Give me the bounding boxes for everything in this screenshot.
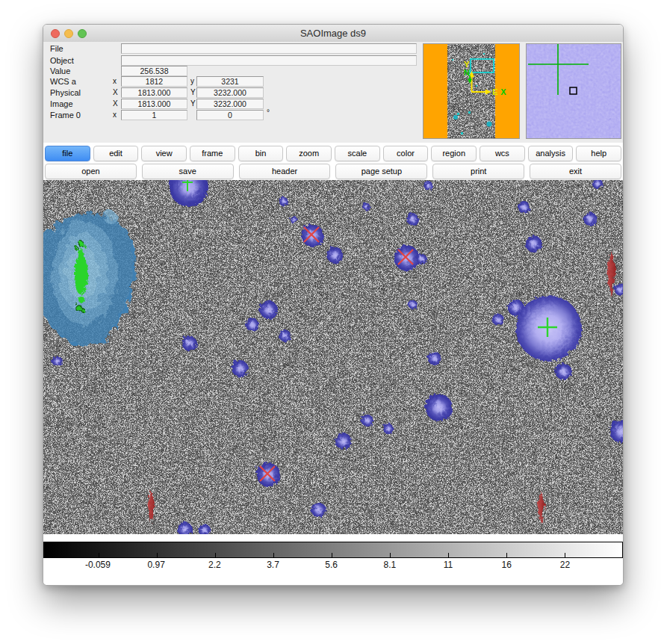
menu-zoom[interactable]: zoom <box>286 146 332 161</box>
physical-x-field: 1813.000 <box>121 87 187 98</box>
frame-rotation-field: 0 <box>196 110 264 120</box>
menu-scale[interactable]: scale <box>335 146 380 161</box>
object-field <box>121 55 417 66</box>
wcs-y-label: y <box>190 76 194 87</box>
colorbar-tick <box>215 553 216 557</box>
star-blob <box>278 329 290 341</box>
colorbar-tick-label: 11 <box>444 560 453 570</box>
menu-frame[interactable]: frame <box>190 146 235 161</box>
wcs-y-field: 3231 <box>196 76 264 87</box>
image-x-label: X <box>113 99 118 109</box>
colorbar-tick <box>390 553 391 557</box>
colorbar-panel: -0.0590.972.23.75.68.1111622 <box>43 534 623 585</box>
magnifier-view <box>526 43 621 139</box>
colorbar-tick <box>448 553 449 557</box>
ds9-window: SAOImage ds9 File Object Value 256.538 W… <box>43 24 624 586</box>
physical-y-label: Y <box>190 87 196 98</box>
star-blob <box>310 501 325 516</box>
menu-help[interactable]: help <box>576 146 621 161</box>
star-blob <box>244 317 258 330</box>
star-blob <box>407 299 416 308</box>
print-button[interactable]: print <box>432 164 524 179</box>
colorbar-tick-label: 22 <box>560 560 570 570</box>
value-label: Value <box>50 66 70 76</box>
colorbar-tick-label: -0.059 <box>85 560 111 570</box>
file-label: File <box>50 43 63 54</box>
menu-bin[interactable]: bin <box>238 146 284 161</box>
page-setup-button[interactable]: page setup <box>335 164 427 179</box>
colorbar-tick <box>99 553 99 557</box>
star-blob <box>415 253 426 263</box>
header-button[interactable]: header <box>239 164 331 179</box>
image-y-label: Y <box>190 99 196 109</box>
colorbar-tick <box>506 553 507 557</box>
colorbar-gradient[interactable] <box>43 542 623 558</box>
menu-view[interactable]: view <box>141 146 187 161</box>
image-label: Image <box>50 99 73 109</box>
compass-n-label: N <box>464 68 470 77</box>
colorbar-tick-label: 8.1 <box>384 560 397 570</box>
titlebar[interactable]: SAOImage ds9 <box>43 25 623 43</box>
colorbar-tick-label: 16 <box>502 560 512 570</box>
star-blob <box>406 212 418 224</box>
colorbar-tick <box>565 553 565 557</box>
exit-button[interactable]: exit <box>530 164 621 179</box>
image-y-field: 3232.000 <box>196 99 264 109</box>
colorbar-tick-label: 5.6 <box>325 560 338 570</box>
star-blob <box>326 246 342 262</box>
star-blob <box>524 235 541 251</box>
star-blob <box>517 200 529 212</box>
physical-label: Physical <box>50 87 81 98</box>
colorbar-tick <box>332 553 332 557</box>
colorbar-tick <box>157 553 158 557</box>
star-blob <box>423 180 432 189</box>
wcs-x-field: 1812 <box>121 76 187 87</box>
star-blob <box>231 359 247 376</box>
star-blob <box>362 202 369 209</box>
object-label: Object <box>50 55 74 66</box>
physical-x-label: X <box>113 87 118 98</box>
sky-image <box>43 180 623 534</box>
window-title: SAOImage ds9 <box>43 25 623 42</box>
colorbar-tick-label: 2.2 <box>208 560 221 570</box>
colorbar-scale: -0.0590.972.23.75.68.1111622 <box>43 560 623 572</box>
star-blob <box>181 335 196 350</box>
menu-file[interactable]: file <box>45 146 90 161</box>
image-canvas[interactable] <box>43 180 623 534</box>
star-blob <box>334 432 350 448</box>
desktop-background: SAOImage ds9 File Object Value 256.538 W… <box>0 0 664 644</box>
wcs-label: WCS a <box>50 76 76 87</box>
menu-analysis[interactable]: analysis <box>528 146 574 161</box>
star-blob <box>491 312 503 324</box>
frame-label: Frame 0 <box>50 110 81 120</box>
menu-edit[interactable]: edit <box>93 146 139 161</box>
star-blob <box>360 413 372 425</box>
star-blob <box>583 211 596 225</box>
compass-x-label: X <box>500 87 506 96</box>
menu-region[interactable]: region <box>431 146 477 161</box>
physical-y-field: 3232.000 <box>196 87 264 98</box>
frame-x-label: x <box>113 110 117 120</box>
compass-e-label: E <box>492 87 497 96</box>
star-blob <box>289 215 297 223</box>
star-blob <box>278 196 287 205</box>
value-field: 256.538 <box>121 66 187 76</box>
frame-zoom-field: 1 <box>121 110 187 120</box>
wcs-x-label: x <box>113 76 117 87</box>
open-button[interactable]: open <box>45 164 137 179</box>
panner-view[interactable]: Y N E X <box>423 43 520 139</box>
image-x-field: 1813.000 <box>121 99 187 109</box>
colorbar-tick-label: 0.97 <box>147 560 164 570</box>
colorbar-tick-label: 3.7 <box>267 560 279 570</box>
save-button[interactable]: save <box>142 164 234 179</box>
menu-wcs[interactable]: wcs <box>480 146 525 161</box>
star-blob <box>554 362 571 379</box>
file-field <box>121 43 417 54</box>
star-blob <box>51 355 61 365</box>
menu-color[interactable]: color <box>383 146 429 161</box>
star-blob <box>258 300 276 318</box>
menu-bar: file edit view frame bin zoom scale colo… <box>45 146 621 161</box>
file-submenu-bar: open save header page setup print exit <box>45 164 621 179</box>
star-blob <box>382 422 392 433</box>
magnifier-pixel-box <box>570 87 577 94</box>
